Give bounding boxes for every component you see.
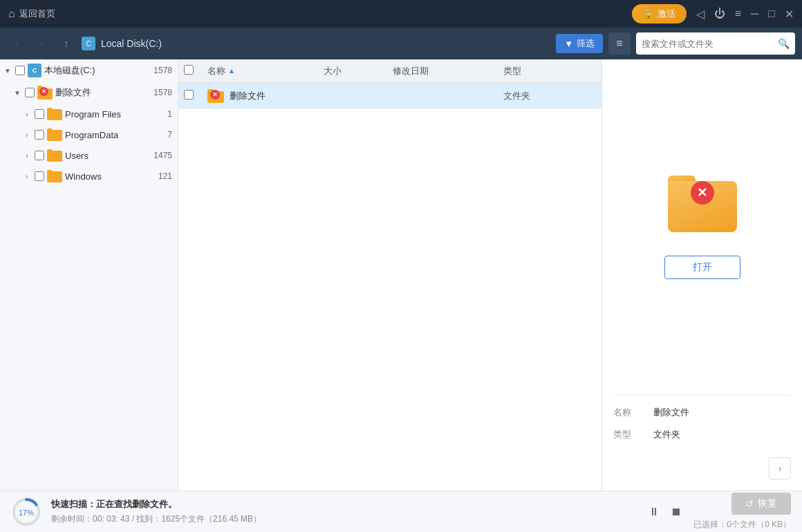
status-detail: 剩余时间：00: 03: 43 / 找到：1625个文件（216.45 MB） <box>51 513 637 525</box>
row-checkbox-deleted[interactable] <box>184 90 194 99</box>
address-text: Local Disk(C:) <box>101 38 550 49</box>
close-icon[interactable]: ✕ <box>785 8 794 21</box>
next-button[interactable]: › <box>769 457 791 479</box>
svg-text:17%: 17% <box>19 509 34 517</box>
home-button[interactable]: ⌂ 返回首页 <box>8 8 55 20</box>
nav-footer: › <box>613 457 791 479</box>
statusbar: 17% 快速扫描：正在查找删除文件。 剩余时间：00: 03: 43 / 找到：… <box>0 491 802 532</box>
sort-arrow-icon[interactable]: ▲ <box>228 67 235 75</box>
progress-circle: 17% <box>11 497 41 527</box>
forward-icon: › <box>40 38 44 49</box>
up-button[interactable]: ↑ <box>57 34 76 53</box>
minimize-icon[interactable]: ─ <box>751 8 758 20</box>
expand-windows-icon: › <box>22 173 32 180</box>
main-layout: ▼ C 本地磁盘(C:) 1578 ▼ ✕ 删除文件 1578 › <box>0 59 802 491</box>
expand-programfiles-icon: › <box>22 111 32 118</box>
stop-button[interactable]: ⏹ <box>669 504 684 520</box>
restore-icon: ↺ <box>745 498 754 509</box>
menu-window-icon[interactable]: ≡ <box>735 8 741 20</box>
file-name: 删除文件 <box>230 90 265 102</box>
sidebar-checkbox-deleted[interactable] <box>25 88 35 97</box>
sidebar-label-users: Users <box>65 151 151 161</box>
activate-label: 激活 <box>658 8 675 20</box>
expand-drive-c-icon: ▼ <box>3 67 12 75</box>
sidebar-item-deleted-files[interactable]: ▼ ✕ 删除文件 1578 <box>0 82 178 104</box>
sidebar-checkbox-programfiles[interactable] <box>35 109 44 119</box>
right-panel: ✕ 打开 名称 删除文件 类型 文件夹 › <box>602 59 802 491</box>
next-icon: › <box>778 463 782 474</box>
drive-icon: C <box>82 37 95 50</box>
info-type-value: 文件夹 <box>653 428 791 441</box>
pause-button[interactable]: ⏸ <box>646 504 662 520</box>
activate-button[interactable]: 🔒 激活 <box>632 4 687 23</box>
forward-button[interactable]: › <box>32 34 51 53</box>
filelist-body: ✕ 删除文件 文件夹 <box>178 83 602 491</box>
restore-window-icon[interactable]: □ <box>768 8 775 20</box>
info-name-label: 名称 <box>613 406 648 419</box>
menu-lines-icon: ≡ <box>616 37 622 50</box>
sidebar-checkbox-windows[interactable] <box>35 171 44 181</box>
sidebar-count-drive-c: 1578 <box>153 66 172 75</box>
restore-label: 恢复 <box>758 497 777 510</box>
sidebar-label-programfiles: Program Files <box>65 109 165 120</box>
sidebar-item-windows[interactable]: › Windows 121 <box>0 166 178 187</box>
filter-icon: ▼ <box>564 39 573 49</box>
open-button[interactable]: 打开 <box>664 256 740 279</box>
sidebar-count-users: 1475 <box>153 151 172 160</box>
restore-button[interactable]: ↺ 恢复 <box>731 493 791 515</box>
info-section: 名称 删除文件 类型 文件夹 <box>613 395 791 450</box>
sidebar-label-deleted-files: 删除文件 <box>55 86 151 99</box>
sidebar-item-programdata[interactable]: › ProgramData 7 <box>0 124 178 145</box>
filter-label: 筛选 <box>577 37 595 50</box>
search-input[interactable] <box>642 39 774 49</box>
status-title: 快速扫描：正在查找删除文件。 <box>51 498 637 511</box>
status-actions: ⏸ ⏹ <box>646 504 684 520</box>
sidebar-count-programdata: 7 <box>167 130 172 140</box>
select-all-checkbox[interactable] <box>184 65 194 75</box>
home-label: 返回首页 <box>19 8 55 20</box>
sidebar-count-programfiles: 1 <box>167 109 172 119</box>
sidebar-count-deleted-files: 1578 <box>153 88 172 97</box>
power-icon[interactable]: ⏻ <box>714 8 725 20</box>
home-icon: ⌂ <box>8 8 15 20</box>
sidebar-label-windows: Windows <box>65 171 156 182</box>
col-date-label: 修改日期 <box>393 66 429 76</box>
sidebar-count-windows: 121 <box>158 171 172 181</box>
sidebar-item-program-files[interactable]: › Program Files 1 <box>0 104 178 124</box>
sidebar-checkbox-users[interactable] <box>35 151 44 160</box>
col-type-label: 类型 <box>503 66 521 76</box>
sidebar-item-drive-c[interactable]: ▼ C 本地磁盘(C:) 1578 <box>0 59 178 82</box>
preview-area: ✕ 打开 <box>613 73 791 381</box>
search-bar: 🔍 <box>636 32 795 55</box>
sidebar-item-users[interactable]: › Users 1475 <box>0 145 178 166</box>
titlebar: ⌂ 返回首页 🔒 激活 ◁ ⏻ ≡ ─ □ ✕ <box>0 0 802 28</box>
filter-button[interactable]: ▼ 筛选 <box>556 34 603 53</box>
info-name-value: 删除文件 <box>653 406 791 419</box>
info-type-label: 类型 <box>613 428 648 441</box>
back-icon: ‹ <box>15 38 19 49</box>
share-icon[interactable]: ◁ <box>696 8 705 21</box>
back-button[interactable]: ‹ <box>7 34 26 53</box>
search-icon: 🔍 <box>778 38 790 49</box>
table-row[interactable]: ✕ 删除文件 文件夹 <box>178 83 602 109</box>
drive-c-icon: C <box>28 64 41 77</box>
sidebar-checkbox-programdata[interactable] <box>35 130 44 140</box>
lock-icon: 🔒 <box>643 9 654 19</box>
sidebar-label-drive-c: 本地磁盘(C:) <box>44 64 151 77</box>
sidebar-checkbox-drive-c[interactable] <box>15 66 25 75</box>
up-icon: ↑ <box>64 38 69 49</box>
info-row-name: 名称 删除文件 <box>613 406 791 419</box>
expand-programdata-icon: › <box>22 131 32 139</box>
info-row-type: 类型 文件夹 <box>613 428 791 441</box>
file-type: 文件夹 <box>503 90 572 102</box>
filelist: 名称 ▲ 大小 修改日期 类型 <box>178 59 602 491</box>
expand-users-icon: › <box>22 152 32 160</box>
sidebar-label-programdata: ProgramData <box>65 130 165 140</box>
col-name-label: 名称 <box>207 65 225 77</box>
col-size-label: 大小 <box>324 66 342 76</box>
view-menu-button[interactable]: ≡ <box>608 32 631 55</box>
addressbar: ‹ › ↑ C Local Disk(C:) ▼ 筛选 ≡ 🔍 <box>0 28 802 59</box>
sidebar: ▼ C 本地磁盘(C:) 1578 ▼ ✕ 删除文件 1578 › <box>0 59 178 491</box>
status-text-area: 快速扫描：正在查找删除文件。 剩余时间：00: 03: 43 / 找到：1625… <box>51 498 637 525</box>
preview-folder-x-icon: ✕ <box>691 181 714 205</box>
